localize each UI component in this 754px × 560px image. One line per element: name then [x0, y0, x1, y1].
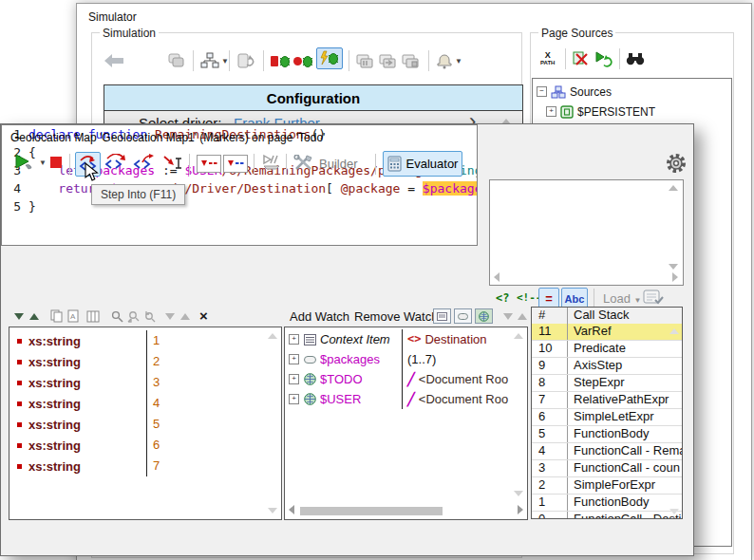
callstack-row[interactable]: 9AxisStep [532, 358, 682, 375]
scroll-up-icon[interactable] [268, 333, 277, 339]
scroll-right-icon[interactable] [518, 505, 523, 514]
debug-mode-toggle-button[interactable] [316, 47, 343, 69]
callstack-row[interactable]: 10Predicate [532, 341, 682, 358]
expand-icon[interactable]: + [289, 394, 299, 404]
callstack-row[interactable]: 1FunctionBody [532, 495, 682, 512]
copy-all-icon[interactable]: A [67, 309, 80, 323]
evaluator-button[interactable]: Evaluator [383, 151, 462, 177]
toolbar-separator [263, 50, 264, 71]
search-prev-icon[interactable] [127, 310, 140, 323]
result-row[interactable]: xs:string1 [9, 330, 281, 351]
scroll-down-icon[interactable] [268, 508, 277, 513]
watch-row[interactable]: +$TODO╱<Document Roo [285, 369, 527, 389]
result-row[interactable]: xs:string5 [9, 414, 281, 435]
callstack-row[interactable]: 7RelativePathExpr [532, 392, 682, 409]
scroll-down-icon[interactable] [669, 509, 679, 514]
settings-button[interactable] [665, 152, 688, 175]
value-view-toggle[interactable] [454, 308, 472, 324]
remove-watch-button[interactable]: Remove Watch [354, 309, 438, 324]
callstack-row[interactable]: 8StepExpr [532, 375, 682, 392]
scroll-left-icon[interactable] [289, 505, 294, 514]
insert-breakpoint-button[interactable] [197, 155, 221, 173]
line-number: 5 [6, 197, 21, 215]
back-button[interactable] [104, 49, 124, 72]
watch-row[interactable]: +$packages(1..7) [285, 349, 527, 369]
trace-button[interactable] [261, 154, 282, 171]
watch-panel[interactable]: +Context Item<>Destination+$packages(1..… [284, 327, 528, 520]
play-refresh-icon [594, 50, 613, 67]
scroll-up-icon[interactable] [669, 185, 678, 191]
result-row[interactable]: xs:string2 [9, 351, 281, 372]
scroll-left-icon[interactable] [494, 272, 500, 282]
pages-icon-button[interactable] [167, 49, 186, 72]
search-next-icon[interactable] [143, 310, 156, 323]
snapshot-save-button[interactable] [402, 49, 421, 72]
global-view-toggle[interactable] [475, 308, 493, 324]
snapshot-pause-button[interactable] [356, 49, 375, 72]
sequence-results-panel[interactable]: xs:string1xs:string2xs:string3xs:string4… [9, 327, 282, 520]
add-watch-button[interactable]: Add Watch [290, 309, 349, 324]
callstack-row[interactable]: 11VarRef [532, 324, 682, 341]
start-debugging-button[interactable]: ▼ [14, 153, 47, 172]
tree-item[interactable]: +$PERSISTENT [546, 103, 655, 121]
snapshot-forward-button[interactable] [379, 49, 398, 72]
scroll-down-icon[interactable] [514, 491, 523, 496]
tree-item[interactable]: −Sources [537, 83, 612, 101]
remove-source-button[interactable] [572, 47, 589, 70]
expand-icon[interactable]: + [289, 334, 299, 345]
scroll-down-icon[interactable] [669, 264, 678, 270]
result-pane[interactable] [489, 179, 684, 286]
move-up-icon[interactable] [518, 313, 527, 320]
code-line[interactable]: 5} [2, 197, 477, 215]
scroll-up-icon[interactable] [514, 333, 523, 339]
move-up-icon[interactable] [180, 313, 190, 320]
search-icon[interactable] [111, 310, 123, 323]
columns-icon[interactable] [86, 310, 100, 323]
stop-button[interactable] [50, 157, 62, 168]
result-row[interactable]: xs:string7 [9, 456, 281, 476]
clear-icon[interactable]: × [199, 309, 208, 323]
callstack-row[interactable]: 6SimpleLetExpr [532, 409, 682, 426]
move-down-icon[interactable] [503, 313, 513, 320]
step-over-button[interactable] [104, 154, 126, 171]
result-row[interactable]: xs:string3 [9, 372, 281, 393]
expand-icon[interactable]: + [289, 354, 299, 364]
builder-button[interactable]: Builder [293, 152, 357, 175]
callstack-row[interactable]: 4FunctionCall - Rema [532, 443, 682, 460]
find-button[interactable] [626, 47, 645, 70]
collapse-icon[interactable]: − [537, 86, 547, 97]
hscrollbar-thumb[interactable] [300, 507, 443, 515]
xml-declaration-toggle[interactable]: <? [496, 291, 509, 305]
result-row[interactable]: xs:string4 [9, 393, 281, 414]
notifications-button[interactable]: ▼ [436, 49, 462, 72]
result-row[interactable]: xs:string6 [9, 435, 281, 456]
callstack-row[interactable]: 5FunctionBody [532, 426, 682, 443]
scroll-right-icon[interactable] [672, 272, 678, 282]
copy-icon[interactable] [50, 309, 63, 323]
watch-row[interactable]: +$USER╱<Document Roo [285, 389, 527, 409]
scroll-up-icon[interactable] [669, 328, 679, 334]
load-button[interactable]: Load ▼ [603, 291, 641, 306]
run-to-cursor-button[interactable] [162, 154, 183, 171]
watch-row[interactable]: +Context Item<>Destination [285, 329, 527, 349]
expand-icon[interactable]: + [546, 106, 556, 117]
callstack-panel[interactable]: 11VarRef10Predicate9AxisStep8StepExpr7Re… [531, 324, 683, 519]
code-line[interactable]: 4 return $TODO/Todo/Driver/Destination[ … [2, 179, 477, 197]
text-view-toggle[interactable] [433, 308, 451, 324]
callstack-row[interactable]: 0FunctionCall - Desti [532, 512, 682, 519]
prev-result-icon[interactable] [29, 313, 39, 320]
callstack-label: FunctionBody [568, 495, 682, 511]
reload-source-button[interactable] [594, 47, 613, 70]
next-result-icon[interactable] [14, 313, 24, 320]
expand-icon[interactable]: + [289, 374, 299, 384]
stop-debugger-button[interactable] [271, 49, 292, 72]
move-down-icon[interactable] [165, 313, 175, 320]
callstack-row[interactable]: 2SimpleForExpr [532, 477, 682, 495]
xpath-watch-button[interactable]: XPATH [540, 47, 555, 70]
step-out-button[interactable] [133, 154, 155, 171]
reload-device-button[interactable] [236, 49, 255, 72]
insert-tracepoint-button[interactable] [223, 155, 248, 173]
callstack-row[interactable]: 3FunctionCall - coun [532, 460, 682, 477]
page-structure-button[interactable]: ▼ [200, 49, 229, 72]
break-debugger-button[interactable] [293, 49, 314, 72]
